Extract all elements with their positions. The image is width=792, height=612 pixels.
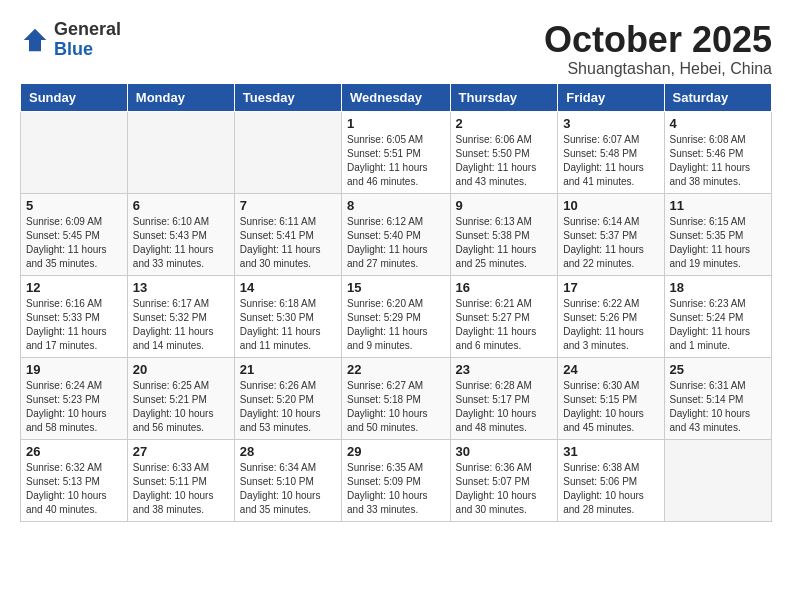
calendar-cell [664, 439, 771, 521]
day-info: Sunrise: 6:38 AM Sunset: 5:06 PM Dayligh… [563, 461, 658, 517]
calendar-cell: 12Sunrise: 6:16 AM Sunset: 5:33 PM Dayli… [21, 275, 128, 357]
day-number: 13 [133, 280, 229, 295]
day-number: 15 [347, 280, 445, 295]
location-subtitle: Shuangtashan, Hebei, China [544, 60, 772, 78]
day-number: 11 [670, 198, 766, 213]
day-info: Sunrise: 6:20 AM Sunset: 5:29 PM Dayligh… [347, 297, 445, 353]
day-info: Sunrise: 6:17 AM Sunset: 5:32 PM Dayligh… [133, 297, 229, 353]
calendar-cell: 13Sunrise: 6:17 AM Sunset: 5:32 PM Dayli… [127, 275, 234, 357]
logo-text: General Blue [54, 20, 121, 60]
calendar-cell: 3Sunrise: 6:07 AM Sunset: 5:48 PM Daylig… [558, 111, 664, 193]
calendar-cell: 10Sunrise: 6:14 AM Sunset: 5:37 PM Dayli… [558, 193, 664, 275]
day-info: Sunrise: 6:28 AM Sunset: 5:17 PM Dayligh… [456, 379, 553, 435]
logo-blue-text: Blue [54, 40, 121, 60]
day-number: 17 [563, 280, 658, 295]
day-info: Sunrise: 6:18 AM Sunset: 5:30 PM Dayligh… [240, 297, 336, 353]
weekday-header-tuesday: Tuesday [234, 83, 341, 111]
calendar-cell: 16Sunrise: 6:21 AM Sunset: 5:27 PM Dayli… [450, 275, 558, 357]
page-header: General Blue October 2025 Shuangtashan, … [10, 10, 782, 83]
day-number: 7 [240, 198, 336, 213]
calendar-cell: 15Sunrise: 6:20 AM Sunset: 5:29 PM Dayli… [342, 275, 451, 357]
calendar-cell: 1Sunrise: 6:05 AM Sunset: 5:51 PM Daylig… [342, 111, 451, 193]
day-info: Sunrise: 6:34 AM Sunset: 5:10 PM Dayligh… [240, 461, 336, 517]
month-title: October 2025 [544, 20, 772, 60]
day-number: 30 [456, 444, 553, 459]
day-info: Sunrise: 6:33 AM Sunset: 5:11 PM Dayligh… [133, 461, 229, 517]
day-number: 27 [133, 444, 229, 459]
logo-general-text: General [54, 20, 121, 40]
day-number: 3 [563, 116, 658, 131]
calendar-cell: 21Sunrise: 6:26 AM Sunset: 5:20 PM Dayli… [234, 357, 341, 439]
day-info: Sunrise: 6:35 AM Sunset: 5:09 PM Dayligh… [347, 461, 445, 517]
day-info: Sunrise: 6:15 AM Sunset: 5:35 PM Dayligh… [670, 215, 766, 271]
day-number: 21 [240, 362, 336, 377]
day-number: 24 [563, 362, 658, 377]
day-info: Sunrise: 6:26 AM Sunset: 5:20 PM Dayligh… [240, 379, 336, 435]
day-info: Sunrise: 6:09 AM Sunset: 5:45 PM Dayligh… [26, 215, 122, 271]
day-info: Sunrise: 6:05 AM Sunset: 5:51 PM Dayligh… [347, 133, 445, 189]
day-number: 28 [240, 444, 336, 459]
svg-marker-0 [24, 29, 47, 52]
title-section: October 2025 Shuangtashan, Hebei, China [544, 20, 772, 78]
day-number: 25 [670, 362, 766, 377]
weekday-header-monday: Monday [127, 83, 234, 111]
calendar-cell: 28Sunrise: 6:34 AM Sunset: 5:10 PM Dayli… [234, 439, 341, 521]
calendar-cell: 25Sunrise: 6:31 AM Sunset: 5:14 PM Dayli… [664, 357, 771, 439]
day-number: 26 [26, 444, 122, 459]
calendar-week-2: 5Sunrise: 6:09 AM Sunset: 5:45 PM Daylig… [21, 193, 772, 275]
day-info: Sunrise: 6:27 AM Sunset: 5:18 PM Dayligh… [347, 379, 445, 435]
calendar-cell: 26Sunrise: 6:32 AM Sunset: 5:13 PM Dayli… [21, 439, 128, 521]
day-number: 5 [26, 198, 122, 213]
calendar-cell: 22Sunrise: 6:27 AM Sunset: 5:18 PM Dayli… [342, 357, 451, 439]
calendar-cell: 5Sunrise: 6:09 AM Sunset: 5:45 PM Daylig… [21, 193, 128, 275]
calendar-cell: 24Sunrise: 6:30 AM Sunset: 5:15 PM Dayli… [558, 357, 664, 439]
calendar-week-3: 12Sunrise: 6:16 AM Sunset: 5:33 PM Dayli… [21, 275, 772, 357]
day-info: Sunrise: 6:14 AM Sunset: 5:37 PM Dayligh… [563, 215, 658, 271]
day-number: 16 [456, 280, 553, 295]
weekday-header-row: SundayMondayTuesdayWednesdayThursdayFrid… [21, 83, 772, 111]
day-number: 9 [456, 198, 553, 213]
day-info: Sunrise: 6:10 AM Sunset: 5:43 PM Dayligh… [133, 215, 229, 271]
weekday-header-thursday: Thursday [450, 83, 558, 111]
day-info: Sunrise: 6:21 AM Sunset: 5:27 PM Dayligh… [456, 297, 553, 353]
calendar-week-1: 1Sunrise: 6:05 AM Sunset: 5:51 PM Daylig… [21, 111, 772, 193]
calendar-cell: 8Sunrise: 6:12 AM Sunset: 5:40 PM Daylig… [342, 193, 451, 275]
day-number: 18 [670, 280, 766, 295]
calendar-cell [234, 111, 341, 193]
calendar-cell: 30Sunrise: 6:36 AM Sunset: 5:07 PM Dayli… [450, 439, 558, 521]
day-info: Sunrise: 6:13 AM Sunset: 5:38 PM Dayligh… [456, 215, 553, 271]
day-info: Sunrise: 6:11 AM Sunset: 5:41 PM Dayligh… [240, 215, 336, 271]
calendar-cell: 14Sunrise: 6:18 AM Sunset: 5:30 PM Dayli… [234, 275, 341, 357]
day-number: 8 [347, 198, 445, 213]
weekday-header-friday: Friday [558, 83, 664, 111]
day-info: Sunrise: 6:31 AM Sunset: 5:14 PM Dayligh… [670, 379, 766, 435]
calendar-cell: 2Sunrise: 6:06 AM Sunset: 5:50 PM Daylig… [450, 111, 558, 193]
day-number: 29 [347, 444, 445, 459]
day-info: Sunrise: 6:30 AM Sunset: 5:15 PM Dayligh… [563, 379, 658, 435]
calendar-cell: 4Sunrise: 6:08 AM Sunset: 5:46 PM Daylig… [664, 111, 771, 193]
day-number: 14 [240, 280, 336, 295]
day-number: 23 [456, 362, 553, 377]
day-number: 20 [133, 362, 229, 377]
day-info: Sunrise: 6:32 AM Sunset: 5:13 PM Dayligh… [26, 461, 122, 517]
calendar-cell [127, 111, 234, 193]
day-info: Sunrise: 6:16 AM Sunset: 5:33 PM Dayligh… [26, 297, 122, 353]
calendar-cell: 20Sunrise: 6:25 AM Sunset: 5:21 PM Dayli… [127, 357, 234, 439]
day-number: 19 [26, 362, 122, 377]
day-info: Sunrise: 6:08 AM Sunset: 5:46 PM Dayligh… [670, 133, 766, 189]
calendar-cell: 31Sunrise: 6:38 AM Sunset: 5:06 PM Dayli… [558, 439, 664, 521]
calendar-table: SundayMondayTuesdayWednesdayThursdayFrid… [20, 83, 772, 522]
calendar-cell: 9Sunrise: 6:13 AM Sunset: 5:38 PM Daylig… [450, 193, 558, 275]
weekday-header-sunday: Sunday [21, 83, 128, 111]
logo: General Blue [20, 20, 121, 60]
day-number: 4 [670, 116, 766, 131]
weekday-header-wednesday: Wednesday [342, 83, 451, 111]
calendar-cell: 23Sunrise: 6:28 AM Sunset: 5:17 PM Dayli… [450, 357, 558, 439]
calendar-cell: 18Sunrise: 6:23 AM Sunset: 5:24 PM Dayli… [664, 275, 771, 357]
day-info: Sunrise: 6:24 AM Sunset: 5:23 PM Dayligh… [26, 379, 122, 435]
day-number: 1 [347, 116, 445, 131]
day-info: Sunrise: 6:12 AM Sunset: 5:40 PM Dayligh… [347, 215, 445, 271]
day-number: 2 [456, 116, 553, 131]
calendar-cell: 29Sunrise: 6:35 AM Sunset: 5:09 PM Dayli… [342, 439, 451, 521]
day-info: Sunrise: 6:22 AM Sunset: 5:26 PM Dayligh… [563, 297, 658, 353]
